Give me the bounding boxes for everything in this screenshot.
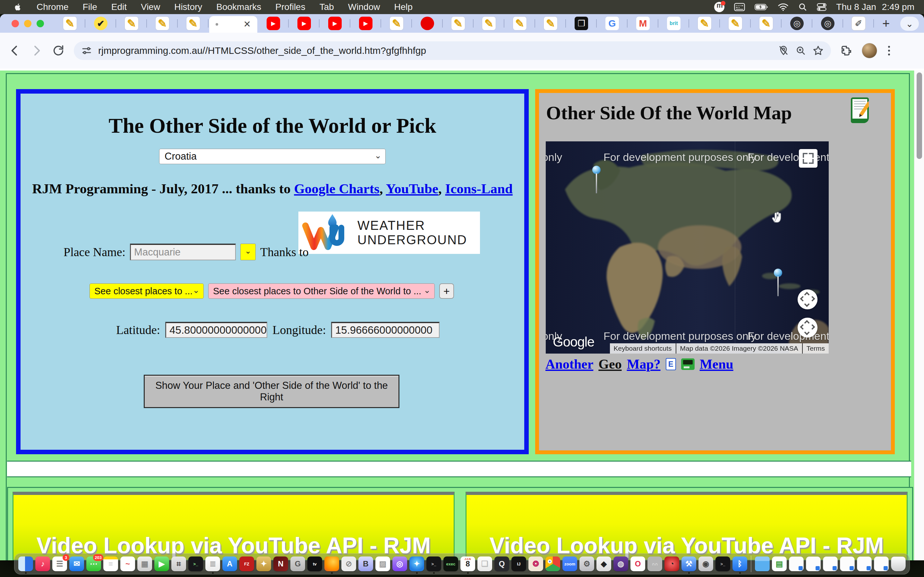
active-tab[interactable]: ✕: [209, 16, 257, 33]
menu-item[interactable]: Window: [341, 2, 387, 12]
dock-item[interactable]: ♪: [35, 556, 50, 571]
browser-tab[interactable]: [258, 15, 289, 32]
dock-item[interactable]: [789, 556, 804, 571]
minimize-window-button[interactable]: [24, 20, 31, 27]
dock-item[interactable]: [891, 556, 906, 571]
control-center-icon[interactable]: [817, 3, 827, 11]
status-app-icon[interactable]: [714, 2, 724, 12]
dock-item[interactable]: ⋯ 203: [86, 556, 101, 571]
menu-item[interactable]: File: [76, 2, 104, 12]
dock-item[interactable]: ❂: [528, 556, 543, 571]
dock-item[interactable]: ◉: [698, 556, 713, 571]
dock-item[interactable]: FZ: [239, 556, 254, 571]
dock-item[interactable]: ~: [120, 556, 135, 571]
dock-item[interactable]: ◔: [664, 556, 679, 571]
menu-item[interactable]: Bookmarks: [209, 2, 268, 12]
dock-item[interactable]: ▶: [154, 556, 169, 571]
dock-item[interactable]: Q: [494, 556, 509, 571]
dock-item[interactable]: N: [273, 556, 288, 571]
icons-land-link[interactable]: Icons-Land: [445, 181, 513, 196]
country-select[interactable]: Croatia: [159, 149, 386, 164]
youtube-link[interactable]: YouTube: [386, 181, 438, 196]
apple-logo-icon[interactable]: [11, 2, 25, 12]
tab-search-chevron[interactable]: ⌄: [900, 17, 919, 31]
menu-item[interactable]: Chrome: [29, 2, 76, 12]
bookmark-star-icon[interactable]: [813, 45, 824, 56]
dock-item[interactable]: [806, 556, 821, 571]
map-pan-control[interactable]: [798, 290, 817, 309]
dock-item[interactable]: [823, 556, 838, 571]
dock-item[interactable]: ✦: [256, 556, 271, 571]
terms-link[interactable]: Terms: [802, 343, 829, 354]
dock-item[interactable]: A: [222, 556, 237, 571]
map-marker-place[interactable]: [592, 166, 601, 174]
another-link[interactable]: Another: [545, 356, 593, 372]
dock-item[interactable]: [545, 556, 560, 571]
map-fullscreen-button[interactable]: [799, 149, 817, 168]
dock-item[interactable]: >_: [426, 556, 441, 571]
dock-item[interactable]: ✉: [69, 556, 84, 571]
menu-item[interactable]: Tab: [312, 2, 341, 12]
profile-avatar[interactable]: [862, 43, 877, 58]
dock-item[interactable]: ✦: [409, 556, 424, 571]
dock-item[interactable]: [857, 556, 872, 571]
browser-tab[interactable]: [320, 15, 351, 32]
browser-tab[interactable]: [351, 15, 381, 32]
zoom-page-icon[interactable]: [795, 45, 806, 56]
browser-tab[interactable]: [720, 15, 751, 32]
page-scrollbar[interactable]: [914, 71, 924, 560]
closest-places-select[interactable]: See closest places to ...: [89, 284, 204, 299]
browser-tab[interactable]: [443, 15, 473, 32]
dock-item[interactable]: ▤: [772, 556, 787, 571]
close-window-button[interactable]: [11, 20, 19, 27]
dock-item[interactable]: [840, 556, 855, 571]
dock-item[interactable]: zoom: [562, 556, 577, 571]
map-link[interactable]: Map?: [627, 356, 661, 372]
reload-button[interactable]: [52, 44, 65, 57]
browser-tab[interactable]: [782, 15, 813, 32]
keyboard-shortcuts-button[interactable]: Keyboard shortcuts: [610, 343, 676, 354]
browser-tab[interactable]: [566, 15, 597, 32]
new-tab-button[interactable]: +: [882, 17, 890, 30]
longitude-input[interactable]: 15.96666000000000: [331, 322, 439, 338]
browser-tab[interactable]: [689, 15, 720, 32]
dock-item[interactable]: ▨: [375, 556, 390, 571]
latitude-input[interactable]: 45.80000000000000: [165, 322, 267, 338]
map-pan-control[interactable]: [798, 318, 817, 338]
menu-item[interactable]: Help: [387, 2, 420, 12]
close-tab-icon[interactable]: ✕: [244, 20, 251, 29]
browser-tab[interactable]: [628, 15, 658, 32]
place-suggest-select[interactable]: [240, 243, 256, 260]
dock-item[interactable]: [325, 556, 339, 571]
dock-item[interactable]: ☰ 3: [52, 556, 67, 571]
notepad-icon[interactable]: [851, 97, 869, 123]
e-document-icon[interactable]: E: [666, 358, 676, 370]
browser-menu-icon[interactable]: [886, 46, 892, 55]
dock-item[interactable]: [18, 556, 33, 571]
menu-item[interactable]: Edit: [104, 2, 134, 12]
dock-item[interactable]: [751, 556, 751, 572]
forward-button[interactable]: [30, 44, 43, 57]
dock-item[interactable]: ᛒ: [732, 556, 747, 571]
address-bar[interactable]: rjmprogramming.com.au//HTMLCSS/other_sid…: [74, 41, 831, 60]
menu-item[interactable]: View: [134, 2, 167, 12]
dock-item[interactable]: ◍: [614, 556, 628, 571]
google-charts-link[interactable]: Google Charts: [294, 181, 379, 196]
browser-tab[interactable]: [473, 15, 504, 32]
browser-tab[interactable]: [751, 15, 782, 32]
browser-tab[interactable]: [597, 15, 628, 32]
browser-tab[interactable]: [147, 15, 178, 32]
browser-tab[interactable]: [178, 15, 208, 32]
dock-item[interactable]: tv: [307, 556, 322, 571]
browser-tab[interactable]: [116, 15, 147, 32]
geo-link[interactable]: Geo: [598, 356, 622, 372]
dock-item[interactable]: ⚙: [580, 556, 594, 571]
location-blocked-icon[interactable]: [778, 45, 789, 56]
wifi-icon[interactable]: [778, 3, 788, 11]
google-logo[interactable]: Google: [553, 334, 594, 350]
menu-bar-clock[interactable]: Thu 8 Jan 2:49 pm: [836, 2, 914, 12]
dock-item[interactable]: [874, 556, 889, 571]
browser-tab[interactable]: [55, 15, 86, 32]
dock-item[interactable]: >_: [188, 556, 203, 571]
browser-tab[interactable]: [813, 15, 843, 32]
